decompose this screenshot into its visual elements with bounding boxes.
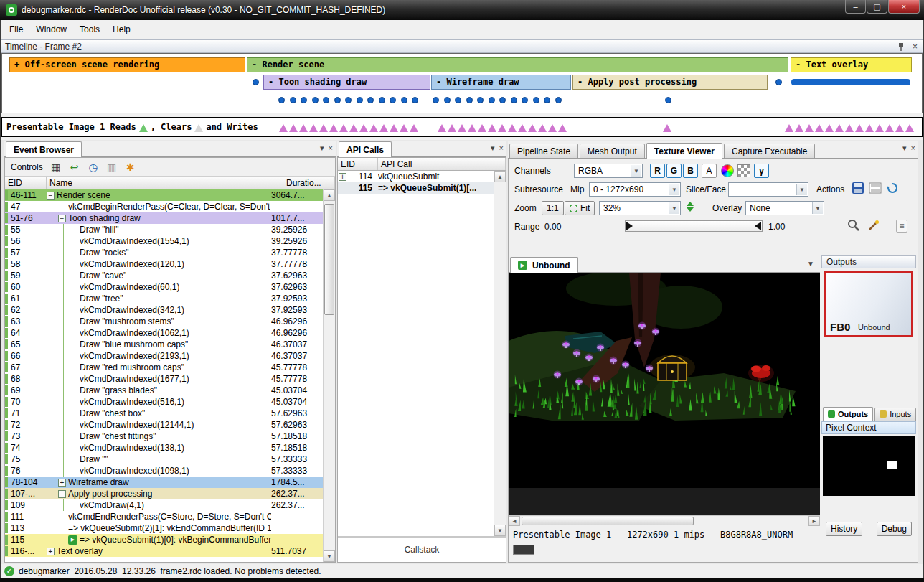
color-wheel-icon[interactable] xyxy=(721,164,734,177)
channels-select[interactable]: RGBA▼ xyxy=(574,164,643,178)
menu-tools[interactable]: Tools xyxy=(73,22,106,37)
panel-menu-icon[interactable]: ▾ xyxy=(320,144,324,153)
table-row[interactable]: 76vkCmdDrawIndexed(1098,1)57.33333 xyxy=(5,465,323,477)
save-icon[interactable] xyxy=(852,182,864,197)
timeline-bar[interactable]: - Toon shading draw xyxy=(263,75,430,90)
table-row[interactable]: 115=> vkQueueSubmit(1)[... xyxy=(338,182,506,194)
table-row[interactable]: 111vkCmdEndRenderPass(C=Store, D=Store, … xyxy=(5,511,323,522)
checkerboard-icon[interactable] xyxy=(737,164,750,177)
texture-display[interactable] xyxy=(509,273,820,515)
column-header[interactable]: Duratio... xyxy=(283,177,335,189)
table-row[interactable]: 55Draw "hill"39.25926 xyxy=(5,224,323,235)
table-row[interactable]: 46-111−Render scene3064.7... xyxy=(5,189,323,201)
flip-y-icon[interactable] xyxy=(687,202,694,212)
expander-icon[interactable]: + xyxy=(47,548,55,555)
column-header[interactable]: Name xyxy=(47,177,283,189)
menu-window[interactable]: Window xyxy=(29,22,73,37)
column-header[interactable]: EID xyxy=(338,158,378,170)
tab-event-browser[interactable]: Event Browser xyxy=(6,141,82,157)
timeline-close-icon[interactable]: × xyxy=(913,42,918,52)
open-texture-list-icon[interactable] xyxy=(869,182,882,197)
expander-icon[interactable]: − xyxy=(58,215,66,222)
table-row[interactable]: 60vkCmdDrawIndexed(60,1)37.62963 xyxy=(5,281,323,293)
table-row[interactable]: 61Draw "tree"37.92593 xyxy=(5,293,323,304)
pixel-context-view[interactable] xyxy=(823,436,915,496)
table-row[interactable]: 47vkCmdBeginRenderPass(C=Clear, D=Clear,… xyxy=(5,201,323,212)
table-row[interactable]: 67Draw "red mushroom caps"45.77778 xyxy=(5,362,323,373)
pin-icon[interactable] xyxy=(897,42,905,54)
tab-outputs[interactable]: Outputs xyxy=(823,407,873,421)
minimize-button[interactable]: – xyxy=(845,0,866,14)
table-row[interactable]: 109vkCmdDraw(4,1)262.37... xyxy=(5,499,323,511)
expander-icon[interactable]: + xyxy=(339,173,346,181)
table-row[interactable]: 116-...+Text overlay511.7037 xyxy=(5,545,323,557)
panel-close-icon[interactable]: × xyxy=(499,144,504,153)
range-options-icon[interactable]: ≡ xyxy=(896,220,908,233)
table-row[interactable]: 70vkCmdDrawIndexed(516,1)45.03704 xyxy=(5,396,323,408)
panel-menu-icon[interactable]: ▾ xyxy=(902,144,907,153)
overlay-select[interactable]: None▼ xyxy=(745,201,824,215)
table-row[interactable]: 115▶=> vkQueueSubmit(1)[0]: vkBeginComma… xyxy=(5,534,323,545)
expander-icon[interactable]: − xyxy=(47,192,55,200)
expander-icon[interactable]: − xyxy=(58,490,66,498)
tab-pipeline-state[interactable]: Pipeline State xyxy=(509,144,578,158)
time-draws-icon[interactable]: ◷ xyxy=(86,160,100,174)
table-row[interactable]: 56vkCmdDrawIndexed(1554,1)39.25926 xyxy=(5,235,323,247)
table-row[interactable]: 107-...−Apply post processing262.37... xyxy=(5,488,323,499)
table-row[interactable]: 62vkCmdDrawIndexed(342,1)37.92593 xyxy=(5,304,323,316)
refresh-icon[interactable] xyxy=(886,182,899,197)
table-row[interactable]: 57Draw "rocks"37.77778 xyxy=(5,247,323,258)
timeline-bar[interactable]: - Text overlay xyxy=(791,57,912,72)
menu-file[interactable]: File xyxy=(3,22,29,37)
fb0-thumbnail[interactable]: FB0 Unbound xyxy=(824,271,913,337)
table-row[interactable]: 71Draw "chest box"57.62963 xyxy=(5,408,323,419)
table-row[interactable]: 65Draw "blue mushroom caps"46.37037 xyxy=(5,339,323,350)
panel-menu-icon[interactable]: ▾ xyxy=(491,144,495,153)
table-row[interactable]: 78-104+Wireframe draw1784.5... xyxy=(5,477,323,488)
channel-g-button[interactable]: G xyxy=(666,164,682,178)
fit-button[interactable]: Fit xyxy=(565,201,595,215)
sliceface-select[interactable]: ▼ xyxy=(728,182,808,197)
zoom-select[interactable]: 32%▼ xyxy=(599,201,681,215)
table-row[interactable]: 64vkCmdDrawIndexed(1062,1)46.96296 xyxy=(5,327,323,339)
panel-close-icon[interactable]: × xyxy=(329,144,333,153)
table-row[interactable]: 73Draw "chest fittings"57.18518 xyxy=(5,431,323,442)
grid-icon[interactable]: ▦ xyxy=(49,160,63,174)
table-row[interactable]: +114vkQueueSubmit xyxy=(338,171,506,182)
column-header[interactable]: EID xyxy=(5,177,47,189)
jump-back-icon[interactable]: ↩ xyxy=(67,160,82,174)
maximize-button[interactable]: ▢ xyxy=(867,0,887,14)
channel-a-button[interactable]: A xyxy=(702,164,717,178)
texture-hscrollbar[interactable]: ◄ ► xyxy=(509,515,820,526)
range-slider[interactable] xyxy=(625,220,763,232)
table-row[interactable]: 75Draw ""57.33333 xyxy=(5,454,323,465)
timeline-canvas[interactable]: + Off-screen scene rendering- Render sce… xyxy=(1,53,923,113)
gamma-button[interactable]: γ xyxy=(754,164,769,178)
expander-icon[interactable]: + xyxy=(58,479,66,487)
table-row[interactable]: 58vkCmdDrawIndexed(120,1)37.77778 xyxy=(5,258,323,270)
timeline-bar[interactable]: + Off-screen scene rendering xyxy=(9,57,245,72)
debug-button[interactable]: Debug xyxy=(877,522,912,536)
tab-mesh-output[interactable]: Mesh Output xyxy=(580,144,645,158)
api-calls-scrollbar[interactable]: ▲ ▼ xyxy=(494,171,506,536)
zoom-range-icon[interactable] xyxy=(847,219,860,234)
timeline-bar[interactable]: - Apply post processing xyxy=(572,75,768,90)
timeline-bar[interactable]: - Wireframe draw xyxy=(431,75,571,90)
close-button[interactable]: × xyxy=(888,0,920,14)
options-icon[interactable]: ✱ xyxy=(123,160,138,174)
channel-r-button[interactable]: R xyxy=(650,164,665,178)
autofit-wand-icon[interactable] xyxy=(867,219,880,234)
mip-select[interactable]: 0 - 1272x690▼ xyxy=(589,182,681,197)
table-row[interactable]: 68vkCmdDrawIndexed(1677,1)45.77778 xyxy=(5,373,323,385)
tab-texture-viewer[interactable]: Texture Viewer xyxy=(646,143,722,159)
tab-inputs[interactable]: Inputs xyxy=(874,408,916,421)
history-button[interactable]: History xyxy=(826,522,862,536)
texture-list-dropdown-icon[interactable]: ▼ xyxy=(807,260,814,268)
table-row[interactable]: 59Draw "cave"37.62963 xyxy=(5,270,323,281)
channel-b-button[interactable]: B xyxy=(683,164,698,178)
event-browser-scrollbar[interactable]: ▲ ▼ xyxy=(323,189,335,562)
tab-api-calls[interactable]: API Calls xyxy=(339,141,392,157)
tab-current-texture[interactable]: ▶ Unbound xyxy=(510,257,578,273)
table-row[interactable]: 72vkCmdDrawIndexed(12144,1)57.62963 xyxy=(5,419,323,431)
timeline-bar[interactable]: - Render scene xyxy=(247,57,788,72)
